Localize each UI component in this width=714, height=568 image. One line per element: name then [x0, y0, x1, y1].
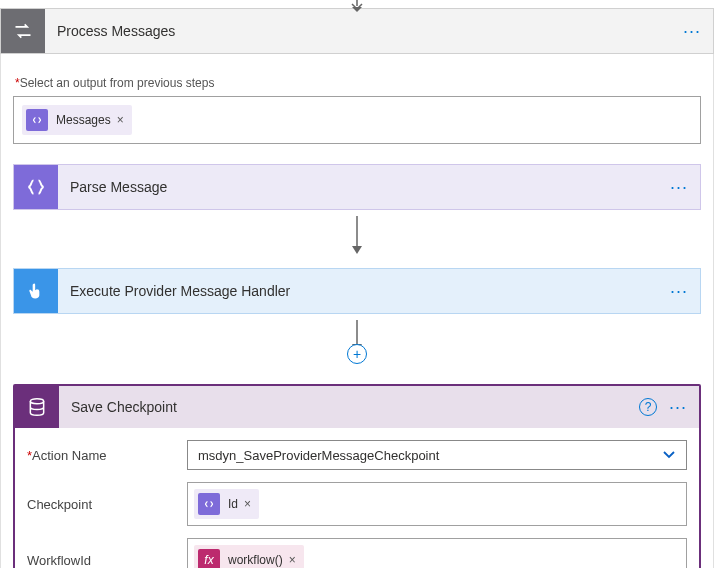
connector-arrow [13, 216, 701, 256]
chevron-down-icon [662, 447, 676, 463]
execute-provider-title: Execute Provider Message Handler [58, 283, 658, 299]
save-checkpoint-title: Save Checkpoint [59, 399, 639, 415]
checkpoint-field[interactable]: Id × [187, 482, 687, 526]
token-label: workflow() [228, 553, 283, 567]
messages-token[interactable]: Messages × [22, 105, 132, 135]
braces-icon [26, 109, 48, 131]
token-label: Messages [56, 113, 111, 127]
save-checkpoint-menu[interactable]: ··· [657, 397, 699, 418]
output-selector-field[interactable]: Messages × [13, 96, 701, 144]
process-messages-header[interactable]: Process Messages ··· [0, 8, 714, 54]
braces-icon [198, 493, 220, 515]
remove-token-icon[interactable]: × [289, 553, 296, 567]
parse-message-step[interactable]: Parse Message ··· [13, 164, 701, 210]
remove-token-icon[interactable]: × [244, 497, 251, 511]
token-label: Id [228, 497, 238, 511]
process-messages-title: Process Messages [45, 23, 671, 39]
execute-provider-step[interactable]: Execute Provider Message Handler ··· [13, 268, 701, 314]
save-checkpoint-header[interactable]: Save Checkpoint ? ··· [15, 386, 699, 428]
parse-message-menu[interactable]: ··· [658, 177, 700, 198]
pointer-icon [14, 269, 58, 313]
parse-message-title: Parse Message [58, 179, 658, 195]
help-icon[interactable]: ? [639, 398, 657, 416]
workflow-token[interactable]: fx workflow() × [194, 545, 304, 568]
action-name-value: msdyn_SaveProviderMessageCheckpoint [198, 448, 439, 463]
loop-icon [1, 9, 45, 53]
fx-icon: fx [198, 549, 220, 568]
checkpoint-label: Checkpoint [27, 497, 187, 512]
id-token[interactable]: Id × [194, 489, 259, 519]
action-name-select[interactable]: msdyn_SaveProviderMessageCheckpoint [187, 440, 687, 470]
action-name-label: *Action Name [27, 448, 187, 463]
workflowid-field[interactable]: fx workflow() × [187, 538, 687, 568]
braces-icon [14, 165, 58, 209]
add-step-button[interactable]: + [347, 344, 367, 364]
svg-point-0 [30, 399, 43, 404]
remove-token-icon[interactable]: × [117, 113, 124, 127]
database-icon [15, 386, 59, 428]
execute-provider-menu[interactable]: ··· [658, 281, 700, 302]
save-checkpoint-step: Save Checkpoint ? ··· *Action Name msdyn… [13, 384, 701, 568]
process-messages-menu[interactable]: ··· [671, 21, 713, 42]
workflowid-label: WorkflowId [27, 553, 187, 568]
output-selector-label: *Select an output from previous steps [15, 76, 701, 90]
